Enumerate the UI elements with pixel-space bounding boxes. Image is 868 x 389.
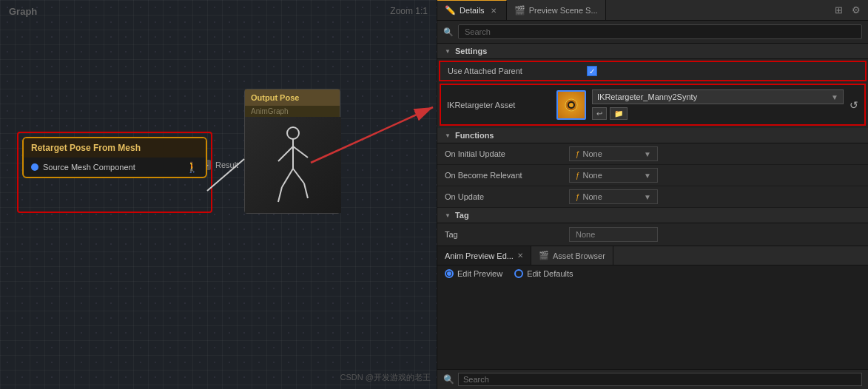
- on-initial-update-row: On Initial Update ƒ None ▼: [437, 143, 868, 165]
- on-become-relevant-row: On Become Relevant ƒ None ▼: [437, 165, 868, 186]
- details-tab-icon: ✏️: [445, 5, 456, 16]
- settings-button[interactable]: ⚙: [850, 3, 862, 17]
- bottom-tabs: Anim Preview Ed... ✕ 🎬 Asset Browser: [437, 246, 868, 265]
- tag-label: Tag: [445, 230, 563, 239]
- func-arrow-1: ▼: [644, 150, 651, 158]
- details-tab-label: Details: [460, 6, 485, 15]
- search-bar: 🔍: [437, 21, 868, 44]
- ik-asset-thumbnail[interactable]: [556, 90, 586, 120]
- anim-preview-tab-label: Anim Preview Ed...: [445, 251, 514, 260]
- func-arrow-3: ▼: [644, 193, 651, 201]
- pose-figure: [267, 124, 319, 206]
- ik-clear-button[interactable]: 📁: [610, 107, 628, 120]
- ik-reset-button[interactable]: ↺: [850, 99, 858, 111]
- use-attached-parent-checkbox[interactable]: ✓: [587, 66, 597, 76]
- preview-options: Edit Preview Edit Defaults: [437, 265, 868, 282]
- settings-arrow: ▼: [445, 48, 451, 55]
- source-label: Source Mesh Component: [43, 163, 135, 172]
- panel-tab-actions: ⊞ ⚙: [827, 0, 868, 20]
- settings-title: Settings: [455, 47, 487, 55]
- bottom-search-icon: 🔍: [443, 374, 454, 385]
- svg-line-7: [304, 183, 308, 198]
- svg-line-3: [293, 146, 308, 158]
- right-panel: ✏️ Details ✕ 🎬 Preview Scene S... ⊞ ⚙ 🔍: [437, 0, 868, 389]
- retarget-pose-header: Retarget Pose From Mesh: [24, 138, 206, 158]
- svg-line-6: [293, 169, 304, 183]
- retarget-pose-node[interactable]: Retarget Pose From Mesh Source Mesh Comp…: [22, 137, 207, 178]
- details-tab-close[interactable]: ✕: [488, 6, 499, 16]
- result-label: Result: [215, 160, 238, 169]
- svg-line-4: [282, 169, 293, 187]
- output-pose-subheader: AnimGraph: [245, 106, 340, 117]
- edit-defaults-radio[interactable]: [514, 269, 523, 278]
- ik-browse-button[interactable]: ↩: [592, 107, 607, 120]
- func-icon-2: ƒ: [576, 172, 580, 180]
- ik-asset-name: IKRetargeter_Manny2Synty: [597, 92, 828, 101]
- tag-section: ▼ Tag Tag None: [437, 208, 868, 246]
- zoom-label: Zoom 1:1: [390, 6, 428, 16]
- tag-value[interactable]: None: [569, 227, 658, 242]
- bottom-search-bar: 🔍: [437, 369, 868, 389]
- anim-preview-tab-close[interactable]: ✕: [517, 251, 523, 260]
- ik-dropdown-area: IKRetargeter_Manny2Synty ▼ ↩ 📁: [592, 89, 844, 120]
- svg-point-0: [287, 127, 299, 139]
- functions-header: ▼ Functions: [437, 128, 868, 143]
- func-arrow-2: ▼: [644, 172, 651, 180]
- asset-browser-icon: 🎬: [539, 251, 549, 260]
- on-become-relevant-label: On Become Relevant: [445, 171, 563, 180]
- preview-tab-icon: 🎬: [514, 5, 525, 16]
- bottom-search-input[interactable]: [458, 373, 862, 386]
- person-icon: 🚶: [186, 161, 198, 173]
- use-attached-parent-label: Use Attached Parent: [448, 67, 581, 75]
- settings-header: ▼ Settings: [437, 44, 868, 59]
- on-update-value: None: [583, 192, 602, 201]
- tag-row: Tag None: [437, 223, 868, 246]
- on-initial-update-dropdown[interactable]: ƒ None ▼: [569, 146, 658, 161]
- output-pose-node[interactable]: Output Pose AnimGraph ▶ Result: [244, 89, 340, 214]
- ik-retargeter-row[interactable]: IKRetargeter Asset IKRetargeter_Manny2Sy…: [440, 84, 866, 126]
- output-pose-header: Output Pose: [245, 89, 340, 106]
- on-initial-update-value: None: [583, 149, 602, 158]
- functions-arrow: ▼: [445, 132, 451, 139]
- svg-line-5: [278, 187, 282, 202]
- use-attached-parent-row[interactable]: Use Attached Parent ✓: [439, 61, 867, 81]
- tab-details[interactable]: ✏️ Details ✕: [437, 0, 507, 20]
- tag-arrow: ▼: [445, 212, 451, 219]
- on-become-relevant-dropdown[interactable]: ƒ None ▼: [569, 168, 658, 183]
- on-update-row: On Update ƒ None ▼: [437, 186, 868, 208]
- edit-preview-label: Edit Preview: [457, 269, 502, 278]
- ik-retargeter-label: IKRetargeter Asset: [447, 101, 551, 109]
- ik-action-buttons: ↩ 📁: [592, 107, 844, 120]
- edit-defaults-option[interactable]: Edit Defaults: [514, 269, 573, 278]
- on-update-dropdown[interactable]: ƒ None ▼: [569, 189, 658, 204]
- tab-preview-scene[interactable]: 🎬 Preview Scene S...: [507, 0, 606, 20]
- func-icon-1: ƒ: [576, 150, 580, 158]
- asset-browser-tab-label: Asset Browser: [553, 251, 605, 260]
- anim-preview-tab[interactable]: Anim Preview Ed... ✕: [437, 246, 531, 265]
- functions-title: Functions: [455, 131, 494, 140]
- ik-asset-dropdown[interactable]: IKRetargeter_Manny2Synty ▼: [592, 89, 844, 104]
- edit-preview-option[interactable]: Edit Preview: [445, 269, 502, 278]
- svg-line-2: [278, 146, 293, 161]
- functions-section: ▼ Functions On Initial Update ƒ None ▼ O…: [437, 128, 868, 208]
- search-input[interactable]: [458, 24, 862, 39]
- preview-tab-label: Preview Scene S...: [529, 6, 598, 15]
- on-become-relevant-value: None: [583, 171, 602, 180]
- edit-preview-radio[interactable]: [445, 269, 454, 278]
- svg-point-13: [569, 103, 573, 107]
- edit-defaults-label: Edit Defaults: [527, 269, 573, 278]
- tag-header: ▼ Tag: [437, 208, 868, 223]
- panel-tabs: ✏️ Details ✕ 🎬 Preview Scene S... ⊞ ⚙: [437, 0, 868, 21]
- func-icon-3: ƒ: [576, 193, 580, 201]
- search-icon: 🔍: [443, 27, 454, 37]
- on-update-label: On Update: [445, 192, 563, 201]
- settings-section: ▼ Settings Use Attached Parent ✓ IKRetar…: [437, 44, 868, 128]
- graph-title: Graph: [9, 6, 37, 17]
- on-initial-update-label: On Initial Update: [445, 149, 563, 158]
- grid-view-button[interactable]: ⊞: [833, 3, 844, 17]
- tag-title: Tag: [455, 211, 469, 220]
- asset-browser-tab[interactable]: 🎬 Asset Browser: [531, 246, 613, 265]
- source-dot-icon: [31, 163, 38, 171]
- ik-dropdown-arrow: ▼: [831, 93, 838, 101]
- ik-asset-icon: [564, 98, 579, 112]
